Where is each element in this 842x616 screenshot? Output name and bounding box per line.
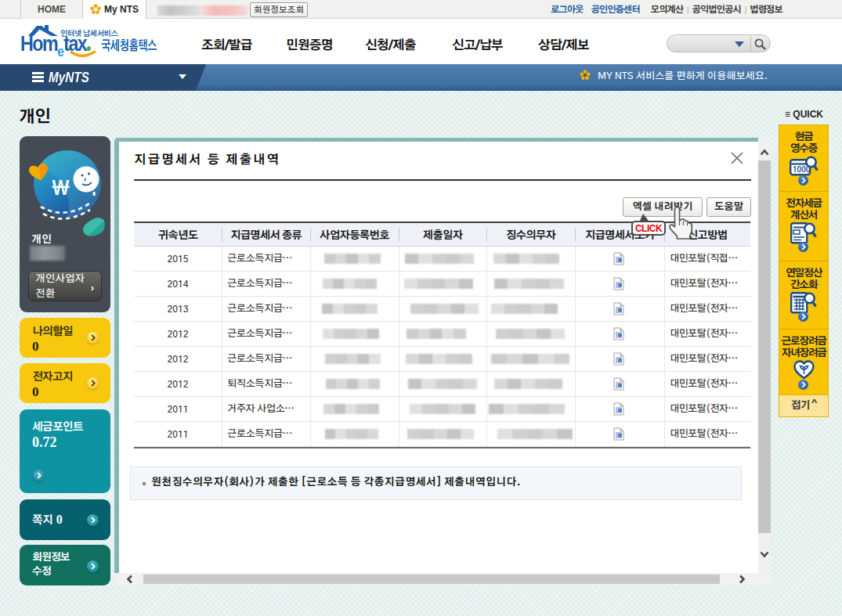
svg-text:₩: ₩ [52, 180, 70, 199]
svg-text:1000: 1000 [793, 166, 811, 174]
